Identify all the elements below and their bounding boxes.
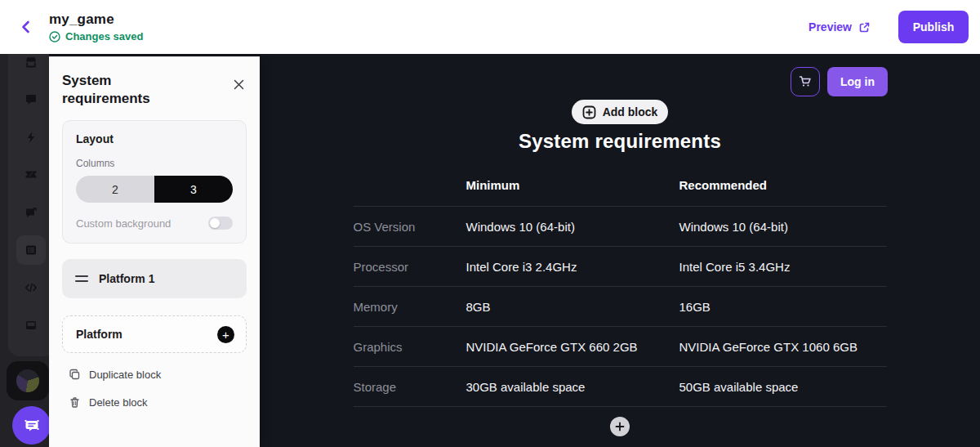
drag-handle-icon[interactable]: [75, 275, 88, 282]
table-row: Graphics NVIDIA GeForce GTX 660 2GB NVID…: [354, 327, 887, 367]
add-row-button[interactable]: [610, 417, 630, 436]
block-rail: [0, 54, 49, 447]
row-min-value: 8GB: [466, 300, 679, 314]
preview-label: Preview: [808, 20, 852, 34]
add-block-button[interactable]: Add block: [572, 100, 669, 124]
check-circle-icon: [49, 31, 60, 42]
block-settings-panel: System requirements Layout Columns 2 3 C…: [49, 57, 260, 447]
cart-button[interactable]: [791, 67, 820, 96]
layout-card: Layout Columns 2 3 Custom background: [62, 120, 247, 244]
row-label: Processor: [354, 260, 466, 274]
block-rail-toolbar: [8, 54, 49, 356]
duplicate-block-button[interactable]: Duplicate block: [62, 369, 247, 381]
header-empty-cell: [354, 192, 466, 206]
trash-icon: [69, 396, 81, 409]
platform-item-label: Platform 1: [99, 272, 154, 285]
save-status-label: Changes saved: [65, 30, 143, 42]
row-rec-value: Intel Core i5 3.4GHz: [679, 260, 887, 274]
publish-button[interactable]: Publish: [898, 11, 969, 43]
row-label: Graphics: [354, 340, 466, 354]
comment-icon[interactable]: [16, 85, 46, 114]
add-platform-label: Platform: [76, 328, 122, 341]
panel-title: System requirements: [62, 72, 185, 107]
header-minimum: Minimum: [466, 178, 679, 206]
close-icon: [233, 78, 245, 91]
toggle-knob: [210, 218, 220, 228]
editor-main: Log in Add block System requirements Min…: [0, 54, 980, 447]
custom-background-label: Custom background: [76, 217, 171, 230]
row-min-value: Windows 10 (64-bit): [466, 220, 679, 234]
table-row: Processor Intel Core i3 2.4GHz Intel Cor…: [354, 247, 887, 287]
row-rec-value: NVIDIA GeForce GTX 1060 6GB: [679, 340, 887, 354]
preview-link[interactable]: Preview: [808, 20, 871, 34]
plus-icon: [615, 422, 625, 431]
delete-block-label: Delete block: [89, 396, 148, 409]
duplicate-block-label: Duplicate block: [89, 369, 161, 381]
row-label: Memory: [354, 300, 466, 314]
block-heading: System requirements: [519, 130, 721, 153]
table-row: OS Version Windows 10 (64-bit) Windows 1…: [354, 207, 887, 247]
row-label: OS Version: [354, 220, 466, 234]
header-recommended: Recommended: [679, 178, 887, 206]
page-title: my_game: [49, 11, 143, 28]
platform-item[interactable]: Platform 1: [62, 259, 247, 298]
save-status: Changes saved: [49, 30, 143, 42]
table-row: Memory 8GB 16GB: [354, 287, 887, 327]
shop-icon[interactable]: [16, 54, 46, 77]
login-button[interactable]: Log in: [827, 67, 888, 96]
row-rec-value: 16GB: [679, 300, 887, 314]
columns-option-3[interactable]: 3: [154, 176, 233, 203]
editor-topbar: my_game Changes saved Preview Publish: [0, 0, 980, 54]
requirements-table: Minimum Recommended OS Version Windows 1…: [354, 164, 887, 407]
columns-option-2[interactable]: 2: [76, 176, 154, 203]
embed-code-icon[interactable]: [16, 273, 46, 302]
cart-icon: [798, 74, 813, 89]
add-block-label: Add block: [603, 105, 658, 118]
columns-label: Columns: [76, 158, 233, 169]
close-panel-button[interactable]: [231, 77, 247, 95]
table-header-row: Minimum Recommended: [354, 164, 887, 207]
chevron-left-icon: [20, 20, 33, 34]
columns-segmented-control: 2 3: [76, 176, 233, 203]
chat-share-icon[interactable]: [16, 198, 46, 227]
add-platform-button[interactable]: Platform +: [62, 315, 247, 353]
chat-bubble-icon: [22, 416, 42, 436]
external-link-icon: [858, 21, 871, 34]
boost-lightning-icon[interactable]: [16, 123, 46, 152]
table-row: Storage 30GB available space 50GB availa…: [354, 367, 887, 407]
avatar-image: [16, 369, 39, 392]
row-min-value: Intel Core i3 2.4GHz: [466, 260, 679, 274]
site-preview: Log in Add block System requirements Min…: [260, 54, 980, 447]
delete-block-button[interactable]: Delete block: [62, 396, 247, 409]
chat-widget-button[interactable]: [12, 406, 49, 445]
layout-heading: Layout: [76, 132, 233, 145]
ticket-icon[interactable]: [16, 160, 46, 190]
plus-square-icon: [582, 105, 596, 119]
window-icon[interactable]: [16, 311, 46, 340]
back-button[interactable]: [16, 16, 36, 38]
custom-background-toggle[interactable]: [208, 217, 233, 230]
row-label: Storage: [354, 380, 466, 394]
row-rec-value: 50GB available space: [679, 380, 887, 394]
row-min-value: 30GB available space: [466, 380, 679, 394]
row-min-value: NVIDIA GeForce GTX 660 2GB: [466, 340, 679, 354]
game-avatar[interactable]: [7, 361, 49, 400]
duplicate-icon: [69, 369, 81, 381]
row-rec-value: Windows 10 (64-bit): [679, 220, 887, 234]
requirements-list-icon[interactable]: [16, 235, 46, 265]
plus-circle-icon: +: [217, 326, 234, 343]
